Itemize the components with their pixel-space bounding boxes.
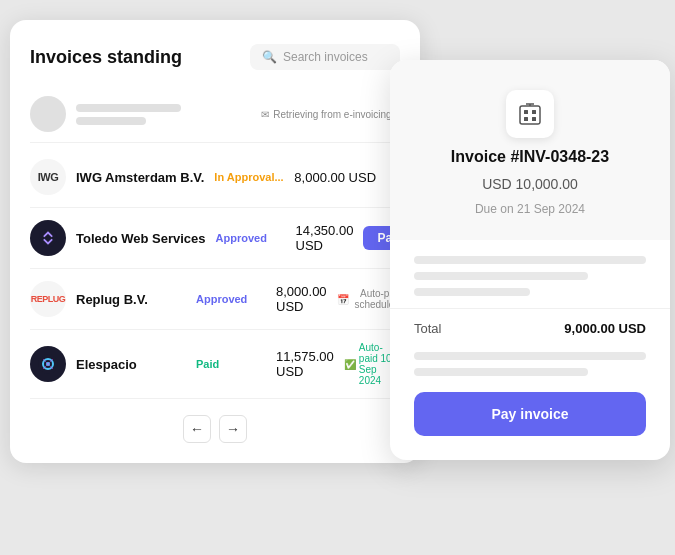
invoice-amount-replug: 8,000.00 USD — [276, 284, 327, 314]
check-icon: ✅ — [344, 359, 356, 370]
invoice-amount-iwg: 8,000.00 USD — [294, 170, 400, 185]
detail-lines — [390, 240, 670, 296]
detail-skeleton-line — [414, 368, 588, 376]
status-badge-toledo: Approved — [216, 232, 286, 244]
detail-top: Invoice #INV-0348-23 USD 10,000.00 Due o… — [390, 60, 670, 240]
pay-invoice-button[interactable]: Pay invoice — [414, 392, 646, 436]
loading-row: ✉ Retrieving from e-invoicing... — [30, 86, 400, 143]
invoice-number: Invoice #INV-0348-23 — [451, 148, 609, 166]
company-name-toledo: Toledo Web Services — [76, 231, 206, 246]
search-placeholder: Search invoices — [283, 50, 368, 64]
invoice-row-elespacio: Elespacio Paid 11,575.00 USD ✅ Auto-paid… — [30, 330, 400, 399]
retrieving-badge: ✉ Retrieving from e-invoicing... — [261, 109, 400, 120]
company-name-elespacio: Elespacio — [76, 357, 186, 372]
company-name-iwg: IWG Amsterdam B.V. — [76, 170, 204, 185]
total-row: Total 9,000.00 USD — [390, 321, 670, 336]
invoice-row-toledo: Toledo Web Services Approved 14,350.00 U… — [30, 208, 400, 269]
status-badge-iwg: In Approval... — [214, 171, 284, 183]
calendar-icon: 📅 — [337, 294, 349, 305]
svg-rect-5 — [524, 110, 528, 114]
svg-rect-4 — [520, 106, 540, 124]
total-amount: 9,000.00 USD — [564, 321, 646, 336]
detail-skeleton-line — [414, 352, 646, 360]
avatar-placeholder — [30, 96, 66, 132]
total-label: Total — [414, 321, 441, 336]
svg-rect-7 — [524, 117, 528, 121]
status-badge-replug: Approved — [196, 293, 266, 305]
prev-page-button[interactable]: ← — [183, 415, 211, 443]
company-logo-iwg: IWG — [30, 159, 66, 195]
status-badge-elespacio: Paid — [196, 358, 266, 370]
envelope-icon: ✉ — [261, 109, 269, 120]
panel-header: Invoices standing 🔍 Search invoices — [30, 44, 400, 70]
invoice-due: Due on 21 Sep 2024 — [475, 202, 585, 216]
detail-skeleton-line — [414, 256, 646, 264]
invoice-amount-elespacio: 11,575.00 USD — [276, 349, 334, 379]
invoice-row-replug: REPLUG Replug B.V. Approved 8,000.00 USD… — [30, 269, 400, 330]
svg-rect-8 — [532, 117, 536, 121]
detail-skeleton-line — [414, 288, 530, 296]
skeleton-lines — [76, 104, 251, 125]
svg-rect-6 — [532, 110, 536, 114]
search-box[interactable]: 🔍 Search invoices — [250, 44, 400, 70]
pagination: ← → — [30, 415, 400, 443]
invoice-usd: USD 10,000.00 — [482, 176, 578, 192]
invoice-detail-panel: Invoice #INV-0348-23 USD 10,000.00 Due o… — [390, 60, 670, 460]
invoice-row-iwg: IWG IWG Amsterdam B.V. In Approval... 8,… — [30, 147, 400, 208]
skeleton-line — [76, 117, 146, 125]
company-name-replug: Replug B.V. — [76, 292, 186, 307]
search-icon: 🔍 — [262, 50, 277, 64]
detail-bottom-lines — [390, 352, 670, 376]
skeleton-line — [76, 104, 181, 112]
company-logo-toledo — [30, 220, 66, 256]
panel-title: Invoices standing — [30, 47, 182, 68]
company-logo-replug: REPLUG — [30, 281, 66, 317]
next-page-button[interactable]: → — [219, 415, 247, 443]
detail-skeleton-line — [414, 272, 588, 280]
company-logo-elespacio — [30, 346, 66, 382]
building-icon — [506, 90, 554, 138]
detail-divider — [390, 308, 670, 309]
invoices-panel: Invoices standing 🔍 Search invoices ✉ Re… — [10, 20, 420, 463]
invoice-amount-toledo: 14,350.00 USD — [296, 223, 354, 253]
